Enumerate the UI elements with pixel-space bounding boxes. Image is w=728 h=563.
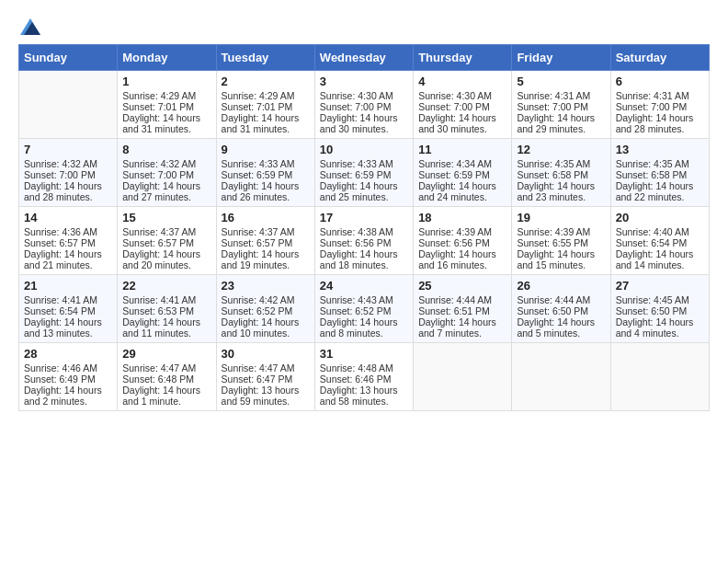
day-number: 21 [24, 279, 112, 293]
day-number: 20 [616, 211, 704, 224]
sunrise-text: Sunrise: 4:35 AM [616, 158, 704, 169]
sunset-text: Sunset: 7:01 PM [122, 101, 210, 112]
day-number: 12 [517, 143, 605, 156]
day-of-week-header: Sunday [19, 45, 118, 71]
calendar-cell: 31Sunrise: 4:48 AMSunset: 6:46 PMDayligh… [314, 343, 413, 411]
sunset-text: Sunset: 6:57 PM [24, 237, 112, 248]
day-number: 9 [222, 143, 310, 156]
day-number: 31 [320, 347, 408, 361]
calendar-cell: 3Sunrise: 4:30 AMSunset: 7:00 PMDaylight… [314, 71, 413, 139]
day-number: 11 [418, 143, 506, 156]
day-number: 23 [222, 279, 310, 293]
daylight-text: Daylight: 14 hours and 8 minutes. [320, 316, 408, 339]
sunrise-text: Sunrise: 4:32 AM [122, 158, 210, 169]
calendar-week-row: 14Sunrise: 4:36 AMSunset: 6:57 PMDayligh… [19, 207, 710, 275]
calendar-cell: 10Sunrise: 4:33 AMSunset: 6:59 PMDayligh… [314, 139, 413, 207]
sunrise-text: Sunrise: 4:35 AM [517, 158, 605, 169]
calendar-week-row: 21Sunrise: 4:41 AMSunset: 6:54 PMDayligh… [19, 275, 710, 343]
sunrise-text: Sunrise: 4:47 AM [222, 362, 310, 373]
daylight-text: Daylight: 14 hours and 10 minutes. [222, 316, 310, 339]
sunset-text: Sunset: 6:48 PM [122, 373, 210, 385]
calendar-cell: 7Sunrise: 4:32 AMSunset: 7:00 PMDaylight… [19, 139, 118, 207]
daylight-text: Daylight: 14 hours and 30 minutes. [418, 112, 506, 134]
sunrise-text: Sunrise: 4:43 AM [320, 294, 408, 305]
day-number: 22 [122, 279, 210, 293]
day-number: 25 [418, 279, 506, 293]
day-number: 19 [517, 211, 605, 224]
sunset-text: Sunset: 6:57 PM [122, 237, 210, 248]
daylight-text: Daylight: 14 hours and 27 minutes. [122, 180, 210, 202]
sunrise-text: Sunrise: 4:42 AM [222, 294, 310, 305]
daylight-text: Daylight: 14 hours and 22 minutes. [616, 180, 704, 202]
sunset-text: Sunset: 7:01 PM [222, 101, 310, 112]
sunrise-text: Sunrise: 4:47 AM [122, 362, 210, 373]
sunrise-text: Sunrise: 4:29 AM [122, 90, 210, 101]
sunrise-text: Sunrise: 4:41 AM [24, 294, 112, 305]
day-number: 16 [222, 211, 310, 224]
sunrise-text: Sunrise: 4:29 AM [222, 90, 310, 101]
sunset-text: Sunset: 6:54 PM [616, 237, 704, 248]
sunrise-text: Sunrise: 4:30 AM [320, 90, 408, 101]
sunrise-text: Sunrise: 4:44 AM [418, 294, 506, 305]
calendar-cell: 29Sunrise: 4:47 AMSunset: 6:48 PMDayligh… [118, 343, 216, 411]
sunset-text: Sunset: 6:50 PM [616, 305, 704, 316]
sunset-text: Sunset: 7:00 PM [320, 101, 408, 112]
day-number: 4 [418, 75, 506, 88]
calendar-cell: 22Sunrise: 4:41 AMSunset: 6:53 PMDayligh… [118, 275, 216, 343]
calendar-cell: 16Sunrise: 4:37 AMSunset: 6:57 PMDayligh… [216, 207, 314, 275]
page-header [18, 18, 710, 35]
sunrise-text: Sunrise: 4:37 AM [222, 226, 310, 237]
sunrise-text: Sunrise: 4:40 AM [616, 226, 704, 237]
daylight-text: Daylight: 13 hours and 58 minutes. [320, 385, 408, 407]
calendar-cell [19, 71, 118, 139]
calendar-cell: 28Sunrise: 4:46 AMSunset: 6:49 PMDayligh… [19, 343, 118, 411]
calendar-cell: 26Sunrise: 4:44 AMSunset: 6:50 PMDayligh… [512, 275, 610, 343]
calendar-header-row: SundayMondayTuesdayWednesdayThursdayFrid… [19, 45, 710, 71]
sunrise-text: Sunrise: 4:45 AM [616, 294, 704, 305]
sunrise-text: Sunrise: 4:33 AM [320, 158, 408, 169]
day-number: 13 [616, 143, 704, 156]
day-number: 28 [24, 347, 112, 361]
calendar-cell: 8Sunrise: 4:32 AMSunset: 7:00 PMDaylight… [118, 139, 216, 207]
calendar-cell [414, 343, 512, 411]
calendar-cell: 12Sunrise: 4:35 AMSunset: 6:58 PMDayligh… [512, 139, 610, 207]
day-number: 14 [24, 211, 112, 224]
sunrise-text: Sunrise: 4:41 AM [122, 294, 210, 305]
day-number: 6 [616, 75, 704, 88]
sunrise-text: Sunrise: 4:38 AM [320, 226, 408, 237]
sunset-text: Sunset: 6:52 PM [222, 305, 310, 316]
day-of-week-header: Monday [118, 45, 216, 71]
calendar-cell [610, 343, 709, 411]
daylight-text: Daylight: 14 hours and 15 minutes. [517, 248, 605, 270]
day-number: 15 [122, 211, 210, 224]
calendar-cell: 17Sunrise: 4:38 AMSunset: 6:56 PMDayligh… [314, 207, 413, 275]
calendar-cell: 13Sunrise: 4:35 AMSunset: 6:58 PMDayligh… [610, 139, 709, 207]
daylight-text: Daylight: 14 hours and 1 minute. [122, 385, 210, 407]
sunset-text: Sunset: 7:00 PM [24, 169, 112, 180]
sunset-text: Sunset: 7:00 PM [616, 101, 704, 112]
day-number: 17 [320, 211, 408, 224]
daylight-text: Daylight: 14 hours and 18 minutes. [320, 248, 408, 270]
sunset-text: Sunset: 7:00 PM [517, 101, 605, 112]
sunset-text: Sunset: 6:56 PM [418, 237, 506, 248]
daylight-text: Daylight: 13 hours and 59 minutes. [222, 385, 310, 407]
calendar-cell: 2Sunrise: 4:29 AMSunset: 7:01 PMDaylight… [216, 71, 314, 139]
calendar-cell: 24Sunrise: 4:43 AMSunset: 6:52 PMDayligh… [314, 275, 413, 343]
calendar-cell [512, 343, 610, 411]
day-of-week-header: Saturday [610, 45, 709, 71]
sunset-text: Sunset: 7:00 PM [418, 101, 506, 112]
day-number: 7 [24, 143, 112, 156]
sunrise-text: Sunrise: 4:48 AM [320, 362, 408, 373]
daylight-text: Daylight: 14 hours and 14 minutes. [616, 248, 704, 270]
logo-icon [20, 18, 40, 39]
daylight-text: Daylight: 14 hours and 19 minutes. [222, 248, 310, 270]
sunset-text: Sunset: 6:55 PM [517, 237, 605, 248]
sunset-text: Sunset: 6:58 PM [616, 169, 704, 180]
sunrise-text: Sunrise: 4:39 AM [517, 226, 605, 237]
calendar-cell: 11Sunrise: 4:34 AMSunset: 6:59 PMDayligh… [414, 139, 512, 207]
day-number: 10 [320, 143, 408, 156]
sunset-text: Sunset: 6:52 PM [320, 305, 408, 316]
day-number: 8 [122, 143, 210, 156]
calendar-week-row: 1Sunrise: 4:29 AMSunset: 7:01 PMDaylight… [19, 71, 710, 139]
day-number: 29 [122, 347, 210, 361]
